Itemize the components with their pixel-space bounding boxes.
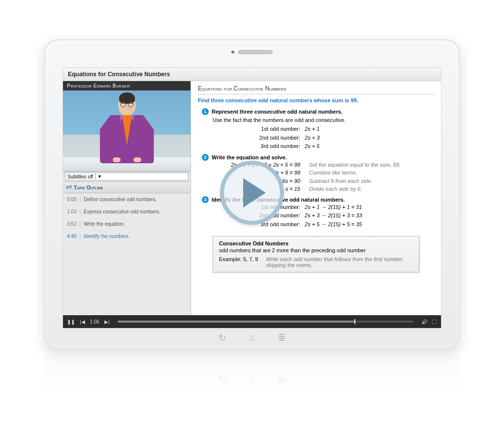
presenter-figure: [93, 94, 161, 168]
tablet-device: Equations for Consecutive Numbers Profes…: [44, 39, 460, 349]
step-1: 1 Represent three consecutive odd natura…: [202, 108, 434, 151]
subtitles-dropdown[interactable]: Subtitles off ▼: [65, 173, 189, 180]
next-chapter-button[interactable]: ▶|: [104, 319, 110, 325]
definition-title: Consecutive Odd Numbers: [219, 240, 413, 246]
device-nav-row: ↻ ⌂ ≣: [45, 332, 459, 343]
device-camera: [231, 50, 273, 54]
topic-outline-list: 0:00| Define consecutive odd numbers. 1:…: [63, 193, 190, 315]
topic-outline-header: ⮂ Topic Outline: [63, 181, 190, 193]
step-1-representation: 1st odd number: 2s + 1 2nd odd number: 2…: [246, 125, 434, 151]
step-badge-3: 3: [202, 196, 209, 203]
outline-item[interactable]: 1:03| Express consecutive odd numbers.: [63, 206, 190, 218]
outline-item[interactable]: 0:00| Define consecutive odd numbers.: [63, 193, 190, 206]
prev-chapter-button[interactable]: |◀: [80, 319, 85, 325]
step-1-title: Represent three consecutive odd natural …: [212, 109, 343, 115]
playback-time: 1:06: [90, 319, 99, 325]
menu-button[interactable]: ≣: [278, 332, 285, 343]
pause-button[interactable]: ❚❚: [67, 319, 75, 325]
step-badge-1: 1: [202, 108, 209, 115]
step-2-title: Write the equation and solve.: [212, 154, 287, 160]
definition-example-note: Write each odd number that follows from …: [266, 256, 413, 268]
step-badge-2: 2: [202, 154, 209, 161]
left-pane: Professor Edward Burger Subtitles off ▼: [63, 81, 191, 315]
definition-box: Consecutive Odd Numbers odd numbers that…: [213, 236, 419, 272]
topic-outline-label: Topic Outline: [74, 185, 103, 190]
refresh-button[interactable]: ↻: [219, 332, 226, 343]
play-overlay-button[interactable]: [220, 161, 284, 225]
lesson-prompt: Find three consecutive odd natural numbe…: [198, 97, 434, 103]
professor-name: Professor Edward Burger: [63, 81, 190, 90]
play-icon: [243, 178, 266, 208]
definition-body: odd numbers that are 2 more than the pre…: [219, 247, 413, 253]
window-title: Equations for Consecutive Numbers: [63, 68, 441, 81]
outline-arrows-icon: ⮂: [66, 184, 72, 191]
lesson-heading: Equations for Consecutive Numbers: [198, 85, 434, 94]
app-screen: Equations for Consecutive Numbers Profes…: [63, 67, 441, 328]
outline-item[interactable]: 4:45| Identify the numbers.: [63, 230, 190, 242]
volume-icon[interactable]: 🔊: [421, 319, 427, 325]
definition-example: Example: 5, 7, 9: [219, 256, 258, 268]
reflection-nav: ↻⌂≣: [219, 374, 286, 385]
seek-bar[interactable]: [118, 321, 413, 323]
fullscreen-button[interactable]: ⛶: [432, 319, 437, 325]
chevron-down-icon: ▼: [97, 174, 102, 179]
home-button[interactable]: ⌂: [250, 332, 255, 343]
video-player-bar: ❚❚ |◀ 1:06 ▶| 🔊 ⛶: [63, 315, 441, 328]
video-thumbnail[interactable]: [63, 90, 190, 172]
step-1-note: Use the fact that the numbers are odd an…: [213, 117, 434, 123]
subtitles-label: Subtitles off: [67, 174, 93, 179]
outline-item[interactable]: 3:52| Write the equation.: [63, 218, 190, 230]
